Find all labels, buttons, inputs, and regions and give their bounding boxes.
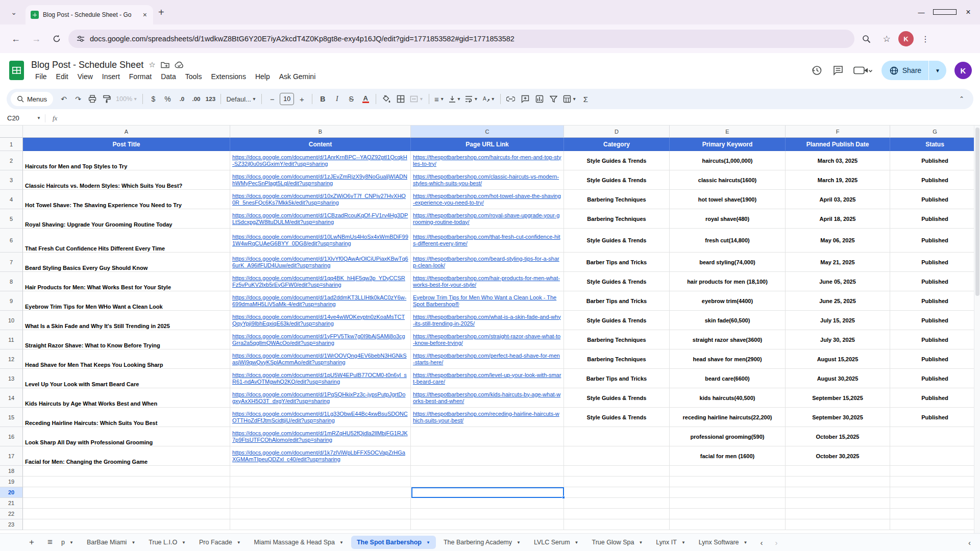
cell-C21[interactable] xyxy=(411,498,564,509)
cell-D4[interactable]: Barbering Techniques xyxy=(564,190,670,209)
cell-F15[interactable]: September 30,2025 xyxy=(786,408,890,427)
cell-D23[interactable] xyxy=(564,519,670,530)
cell-D15[interactable]: Style Guides & Trends xyxy=(564,408,670,427)
header-cell-status[interactable]: Status xyxy=(890,138,980,151)
move-folder-icon[interactable] xyxy=(161,61,169,68)
row-header-14[interactable]: 14 xyxy=(0,388,23,408)
cell-D16[interactable] xyxy=(564,427,670,446)
cell-G18[interactable] xyxy=(890,466,980,477)
cell-C12[interactable]: https://thespotbarbershop.com/perfect-he… xyxy=(411,349,564,369)
close-button[interactable]: × xyxy=(957,8,980,17)
cell-C10[interactable]: https://thespotbarbershop.com/what-is-a-… xyxy=(411,311,564,330)
cell-C19[interactable] xyxy=(411,477,564,487)
maximize-button[interactable] xyxy=(933,9,957,16)
menu-extensions[interactable]: Extensions xyxy=(207,71,250,82)
cell-A14[interactable]: Kids Haircuts by Age What Works Best and… xyxy=(23,388,230,408)
cell-D22[interactable] xyxy=(564,509,670,519)
cell-B21[interactable] xyxy=(230,498,411,509)
cloud-status-icon[interactable] xyxy=(175,61,184,68)
comments-icon[interactable] xyxy=(831,64,845,77)
cell-B10[interactable]: https://docs.google.com/document/d/14ve4… xyxy=(230,311,411,330)
cell-D14[interactable]: Style Guides & Trends xyxy=(564,388,670,408)
row-header-18[interactable]: 18 xyxy=(0,466,23,477)
row-header-2[interactable]: 2 xyxy=(0,151,23,170)
column-header-G[interactable]: G xyxy=(890,126,980,138)
insert-chart-icon[interactable] xyxy=(533,92,546,106)
cell-F16[interactable]: October 15,2025 xyxy=(786,427,890,446)
cell-F3[interactable]: March 19, 2025 xyxy=(786,170,890,190)
sheet-tab-lynx-software[interactable]: Lynx Software▼ xyxy=(693,536,753,549)
add-sheet-icon[interactable]: + xyxy=(23,537,40,547)
menu-insert[interactable]: Insert xyxy=(98,71,124,82)
cell-A9[interactable]: Eyebrow Trim Tips for Men WHo Want a Cle… xyxy=(23,291,230,311)
cell-G19[interactable] xyxy=(890,477,980,487)
cell-A19[interactable] xyxy=(23,477,230,487)
cell-G20[interactable] xyxy=(890,487,980,498)
cell-G7[interactable]: Published xyxy=(890,253,980,272)
sheets-logo-icon[interactable] xyxy=(9,61,24,80)
sheet-tab-barbae-miami[interactable]: BarBae Miami▼ xyxy=(81,536,141,549)
text-color-icon[interactable]: A xyxy=(359,92,372,106)
bold-icon[interactable]: B xyxy=(316,92,329,106)
tab-scroll-right-icon[interactable]: › xyxy=(770,538,782,547)
hscroll-left-icon[interactable]: ‹ xyxy=(963,538,980,547)
menu-view[interactable]: View xyxy=(74,71,97,82)
cell-E10[interactable]: skin fade(60,500) xyxy=(670,311,786,330)
cell-A13[interactable]: Level Up Your Look with Smart Beard Care xyxy=(23,369,230,388)
cell-B13[interactable]: https://docs.google.com/document/d/1pU5W… xyxy=(230,369,411,388)
cell-E19[interactable] xyxy=(670,477,786,487)
cell-E16[interactable]: professional grooming(590) xyxy=(670,427,786,446)
cell-D6[interactable]: Style Guides & Trends xyxy=(564,229,670,253)
print-icon[interactable] xyxy=(86,92,99,106)
zoom-select[interactable]: 100%▼ xyxy=(114,92,139,106)
cell-C11[interactable]: https://thespotbarbershop.com/straight-r… xyxy=(411,330,564,349)
row-header-13[interactable]: 13 xyxy=(0,369,23,388)
cell-B20[interactable] xyxy=(230,487,411,498)
menu-format[interactable]: Format xyxy=(125,71,156,82)
document-title[interactable]: Blog Post - Schedule Sheet xyxy=(31,60,143,70)
sheet-tab-the-spot-barbershop[interactable]: The Spot Barbershop▼ xyxy=(351,536,436,549)
url-bar[interactable]: docs.google.com/spreadsheets/d/1wdkwZ8Bt… xyxy=(68,30,854,48)
cell-F12[interactable]: August 15,2025 xyxy=(786,349,890,369)
cell-G5[interactable]: Published xyxy=(890,209,980,229)
cell-D8[interactable]: Style Guides & Trends xyxy=(564,272,670,291)
row-header-20[interactable]: 20 xyxy=(0,487,23,498)
cell-G23[interactable] xyxy=(890,519,980,530)
cell-B23[interactable] xyxy=(230,519,411,530)
cell-G6[interactable]: Published xyxy=(890,229,980,253)
sheet-tab-caret[interactable]: ▼ xyxy=(182,540,186,545)
cell-A18[interactable] xyxy=(23,466,230,477)
cell-C23[interactable] xyxy=(411,519,564,530)
cell-B8[interactable]: https://docs.google.com/document/d/1qq4B… xyxy=(230,272,411,291)
name-box-caret[interactable]: ▼ xyxy=(37,116,41,120)
browser-tab[interactable]: Blog Post - Schedule Sheet - Go × xyxy=(26,5,153,24)
borders-icon[interactable] xyxy=(394,92,407,106)
cell-G21[interactable] xyxy=(890,498,980,509)
forward-icon[interactable]: → xyxy=(28,30,45,47)
meet-video-icon[interactable] xyxy=(853,64,873,77)
cell-F13[interactable]: August 30,2025 xyxy=(786,369,890,388)
cell-E15[interactable]: receding hairline haircuts(22,200) xyxy=(670,408,786,427)
header-cell-content[interactable]: Content xyxy=(230,138,411,151)
row-header-17[interactable]: 17 xyxy=(0,446,23,466)
cell-E13[interactable]: beard care(6600) xyxy=(670,369,786,388)
cell-B12[interactable]: https://docs.google.com/document/d/1WrOO… xyxy=(230,349,411,369)
sheet-tab-caret[interactable]: ▼ xyxy=(426,540,430,545)
cell-E17[interactable]: facial for men (1600) xyxy=(670,446,786,466)
decrease-decimal-icon[interactable]: .0 xyxy=(175,92,188,106)
redo-icon[interactable]: ↷ xyxy=(71,92,85,106)
strikethrough-icon[interactable]: S xyxy=(345,92,358,106)
cell-F9[interactable]: June 25, 2025 xyxy=(786,291,890,311)
cell-C16[interactable] xyxy=(411,427,564,446)
cell-B5[interactable]: https://docs.google.com/document/d/1CBza… xyxy=(230,209,411,229)
sheet-tab-true-l-i-o[interactable]: True L.I.O▼ xyxy=(143,536,191,549)
horizontal-align-icon[interactable]: ≡▼ xyxy=(433,92,446,106)
sheet-tab-caret[interactable]: ▼ xyxy=(744,540,748,545)
cell-A20[interactable] xyxy=(23,487,230,498)
menu-ask-gemini[interactable]: Ask Gemini xyxy=(275,71,320,82)
menus-search-pill[interactable]: Menus xyxy=(11,92,53,106)
cell-A23[interactable] xyxy=(23,519,230,530)
cell-B11[interactable]: https://docs.google.com/document/d/1yFPV… xyxy=(230,330,411,349)
cell-F23[interactable] xyxy=(786,519,890,530)
tab-scroll-left-icon[interactable]: ‹ xyxy=(755,538,768,547)
